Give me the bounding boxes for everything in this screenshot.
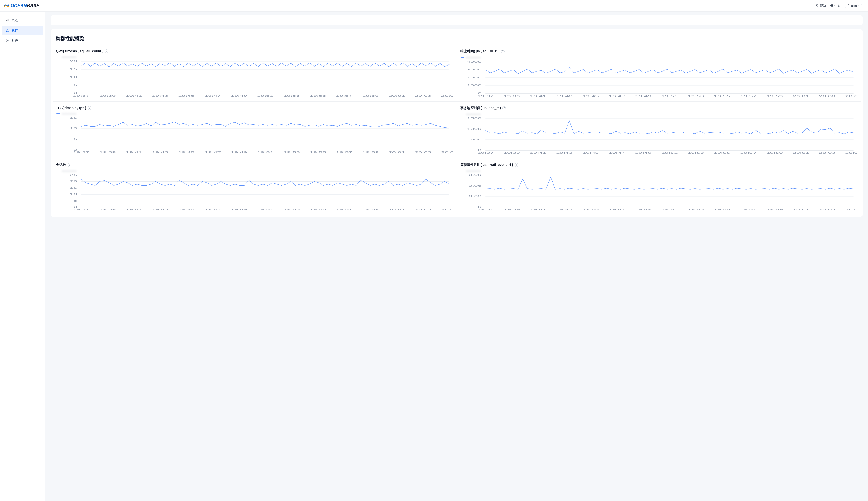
help-icon[interactable]: ?	[501, 50, 505, 53]
legend-label-masked: xxxxxxxxxx	[466, 169, 480, 172]
sidebar: 概览 集群 租户	[0, 12, 45, 501]
chart-legend[interactable]: xxxxxxxxxx	[56, 169, 453, 172]
header-right: 帮助 中文 admin	[816, 3, 862, 9]
chart-legend[interactable]: xxxxxxxxxx	[56, 55, 453, 58]
svg-text:19:39: 19:39	[504, 208, 520, 211]
sidebar-item-tenant[interactable]: 租户	[2, 36, 43, 45]
svg-text:19:37: 19:37	[73, 151, 89, 154]
svg-text:19:51: 19:51	[661, 208, 678, 211]
svg-text:19:53: 19:53	[687, 95, 704, 97]
svg-text:20:03: 20:03	[819, 208, 835, 211]
cluster-nodes-icon	[5, 29, 9, 32]
svg-text:19:43: 19:43	[556, 208, 573, 211]
globe-icon	[830, 4, 833, 8]
svg-text:19:43: 19:43	[152, 94, 169, 97]
svg-text:19:51: 19:51	[661, 151, 678, 154]
legend-label-masked: xxxxxxxxxx	[62, 112, 76, 115]
svg-text:5: 5	[74, 138, 77, 140]
chart-tps_rt: 事务响应时间( μs , tps_rt ) ? xxxxxxxxxx 05001…	[457, 102, 861, 158]
language-switch[interactable]: 中文	[830, 4, 840, 8]
chart-qps: QPS( times/s , sql_all_count ) ? xxxxxxx…	[53, 45, 457, 102]
svg-text:19:45: 19:45	[178, 208, 195, 211]
svg-text:19:37: 19:37	[477, 208, 494, 211]
svg-text:1000: 1000	[467, 128, 481, 130]
svg-point-6	[6, 31, 7, 32]
svg-text:19:47: 19:47	[608, 151, 625, 154]
svg-text:19:47: 19:47	[204, 208, 221, 211]
svg-text:20:01: 20:01	[388, 151, 405, 154]
svg-point-7	[8, 31, 9, 32]
svg-rect-2	[6, 20, 7, 21]
chart-plot-area[interactable]: 00.030.060.09 19:3719:3919:4119:4319:451…	[460, 174, 857, 212]
chart-sessions: 会话数 ? xxxxxxxxxx 0510152025 19:3719:3919…	[53, 158, 457, 215]
help-icon[interactable]: ?	[515, 163, 518, 167]
chart-legend[interactable]: xxxxxxxxxx	[461, 113, 857, 116]
legend-swatch	[461, 114, 464, 114]
chart-legend[interactable]: xxxxxxxxxx	[56, 112, 453, 115]
chart-title: QPS( times/s , sql_all_count ) ?	[56, 49, 453, 53]
svg-text:19:59: 19:59	[766, 151, 783, 154]
user-label: admin	[851, 4, 859, 8]
svg-text:0: 0	[74, 206, 77, 208]
svg-text:20:05: 20:05	[845, 208, 857, 211]
legend-label-masked: xxxxxxxxxx	[466, 113, 480, 116]
svg-text:19:55: 19:55	[309, 94, 326, 97]
svg-text:20:05: 20:05	[441, 94, 453, 97]
gear-icon	[5, 39, 9, 42]
svg-text:19:47: 19:47	[204, 94, 221, 97]
svg-text:20:03: 20:03	[819, 95, 835, 97]
sidebar-item-overview[interactable]: 概览	[2, 15, 43, 25]
svg-text:19:57: 19:57	[336, 208, 352, 211]
chart-plot-area[interactable]: 0510152025 19:3719:3919:4119:4319:4519:4…	[56, 174, 453, 212]
svg-text:20:05: 20:05	[441, 151, 453, 154]
svg-text:20: 20	[70, 60, 77, 63]
help-icon[interactable]: ?	[67, 163, 71, 167]
bar-chart-icon	[5, 18, 9, 22]
svg-text:19:47: 19:47	[204, 151, 221, 154]
svg-text:1000: 1000	[467, 84, 481, 87]
chart-title-text: 会话数	[56, 163, 66, 167]
svg-text:19:37: 19:37	[477, 151, 494, 154]
svg-text:19:57: 19:57	[740, 151, 757, 154]
svg-text:19:47: 19:47	[608, 95, 625, 97]
svg-text:19:39: 19:39	[99, 151, 116, 154]
svg-text:19:55: 19:55	[714, 95, 730, 97]
user-menu[interactable]: admin	[845, 3, 862, 9]
help-icon[interactable]: ?	[88, 106, 91, 110]
svg-text:19:49: 19:49	[231, 94, 247, 97]
svg-text:19:41: 19:41	[530, 95, 547, 97]
svg-text:20:01: 20:01	[388, 94, 405, 97]
chart-title: 会话数 ?	[56, 163, 453, 167]
chart-title-text: 事务响应时间( μs , tps_rt )	[460, 106, 501, 110]
svg-text:19:43: 19:43	[556, 151, 573, 154]
svg-text:19:43: 19:43	[556, 95, 573, 97]
sidebar-item-label: 概览	[12, 18, 18, 22]
chart-legend[interactable]: xxxxxxxxxx	[461, 56, 857, 59]
sidebar-item-cluster[interactable]: 集群	[2, 25, 43, 35]
chart-plot-area[interactable]: 01000200030004000 19:3719:3919:4119:4319…	[460, 60, 857, 99]
chart-legend[interactable]: xxxxxxxxxx	[461, 169, 857, 172]
language-label: 中文	[835, 4, 840, 8]
legend-swatch	[56, 114, 60, 114]
svg-text:0: 0	[74, 148, 77, 151]
performance-panel: 集群性能概览 QPS( times/s , sql_all_count ) ? …	[51, 30, 863, 217]
svg-text:19:37: 19:37	[477, 95, 494, 97]
sidebar-item-label: 租户	[12, 39, 18, 43]
chart-plot-area[interactable]: 050010001500 19:3719:3919:4119:4319:4519…	[460, 117, 857, 156]
brand-logo: OCEANBASE	[4, 3, 40, 8]
help-icon[interactable]: ?	[502, 106, 506, 110]
chart-plot-area[interactable]: 051015 19:3719:3919:4119:4319:4519:4719:…	[56, 117, 453, 155]
legend-label-masked: xxxxxxxxxx	[62, 55, 76, 58]
help-icon[interactable]: ?	[105, 50, 108, 53]
chart-title-text: 响应时间( μs , sql_all_rt )	[460, 49, 500, 54]
svg-text:19:59: 19:59	[766, 208, 783, 211]
chart-plot-area[interactable]: 05101520 19:3719:3919:4119:4319:4519:471…	[56, 60, 453, 98]
help-label: 帮助	[820, 4, 826, 8]
svg-point-1	[848, 4, 849, 5]
svg-text:19:53: 19:53	[687, 151, 704, 154]
legend-swatch	[461, 57, 464, 58]
svg-text:20:03: 20:03	[415, 151, 431, 154]
svg-text:19:59: 19:59	[766, 95, 783, 97]
svg-text:500: 500	[470, 138, 481, 141]
help-link[interactable]: 帮助	[816, 4, 826, 8]
